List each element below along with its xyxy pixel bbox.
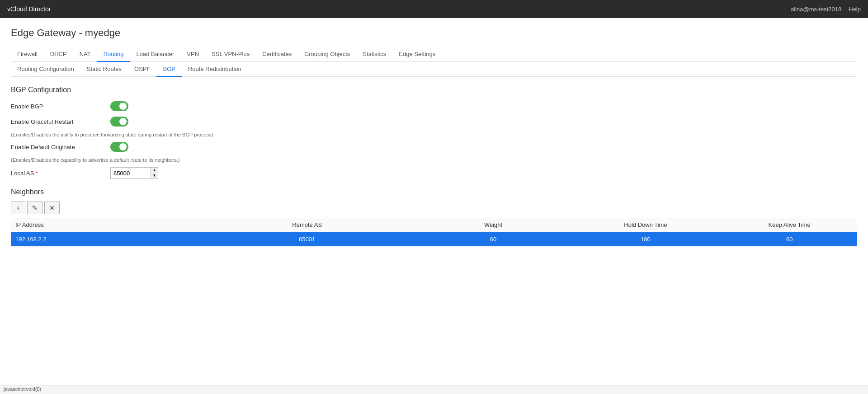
graceful-restart-help: (Enables/Disables the ability to preserv… — [11, 132, 857, 137]
tab-nat[interactable]: NAT — [73, 47, 97, 62]
tab-ospf[interactable]: OSPF — [128, 62, 156, 77]
table-row[interactable]: 192.168.2.2 65001 60 180 60 — [11, 232, 857, 247]
local-as-input[interactable] — [110, 167, 151, 179]
enable-bgp-row: Enable BGP — [11, 101, 857, 111]
user-label: alina@ms-test2018 — [791, 6, 841, 13]
page-title: Edge Gateway - myedge — [11, 27, 857, 39]
tab-statistics[interactable]: Statistics — [356, 47, 392, 62]
enable-bgp-label: Enable BGP — [11, 103, 110, 110]
help-link[interactable]: Help — [849, 6, 861, 13]
tab-routing-configuration[interactable]: Routing Configuration — [11, 62, 80, 77]
local-as-spinner: ▲ ▼ — [151, 167, 158, 179]
neighbor-keep-alive-time: 60 — [722, 232, 857, 247]
enable-default-originate-slider — [110, 142, 128, 152]
enable-default-originate-row: Enable Default Originate — [11, 142, 857, 152]
bgp-section-title: BGP Configuration — [11, 86, 857, 94]
enable-graceful-restart-toggle[interactable] — [110, 117, 128, 127]
statusbar-text: javascript:void(0) — [4, 386, 41, 392]
tab-route-redistribution[interactable]: Route Redistribution — [182, 62, 248, 77]
local-as-spin-up[interactable]: ▲ — [151, 168, 158, 173]
tab-edge-settings[interactable]: Edge Settings — [392, 47, 442, 62]
delete-neighbor-button[interactable]: ✕ — [44, 202, 60, 214]
enable-default-originate-label: Enable Default Originate — [11, 144, 110, 150]
tab-bgp[interactable]: BGP — [156, 62, 181, 77]
secondary-tabs: Routing Configuration Static Routes OSPF… — [11, 62, 857, 77]
tab-load-balancer[interactable]: Load Balancer — [130, 47, 181, 62]
add-neighbor-button[interactable]: + — [11, 202, 25, 214]
col-header-hold-down-time: Hold Down Time — [570, 218, 722, 232]
enable-default-originate-toggle[interactable] — [110, 142, 128, 152]
col-header-remote-as: Remote AS — [197, 218, 417, 232]
neighbors-title: Neighbors — [11, 188, 857, 196]
neighbor-ip-address: 192.168.2.2 — [11, 232, 197, 247]
statusbar: javascript:void(0) — [0, 385, 868, 394]
main-content: Edge Gateway - myedge Firewall DHCP NAT … — [0, 18, 868, 394]
tab-firewall[interactable]: Firewall — [11, 47, 44, 62]
neighbors-action-bar: + ✎ ✕ — [11, 202, 857, 214]
neighbor-weight: 60 — [417, 232, 570, 247]
tab-vpn[interactable]: VPN — [180, 47, 205, 62]
default-originate-help: (Enables/Disables the capability to adve… — [11, 157, 857, 163]
edit-neighbor-button[interactable]: ✎ — [27, 202, 42, 214]
topbar-right: alina@ms-test2018 Help — [791, 6, 861, 13]
neighbors-table-body: 192.168.2.2 65001 60 180 60 — [11, 232, 857, 247]
local-as-input-wrap: ▲ ▼ — [110, 167, 158, 179]
local-as-label: Local AS — [11, 170, 110, 177]
enable-graceful-restart-label: Enable Graceful Restart — [11, 118, 110, 125]
app-title: vCloud Director — [7, 5, 51, 13]
local-as-spin-down[interactable]: ▼ — [151, 173, 158, 178]
enable-bgp-slider — [110, 101, 128, 111]
enable-bgp-toggle[interactable] — [110, 101, 128, 111]
neighbors-table: IP Address Remote AS Weight Hold Down Ti… — [11, 218, 857, 247]
col-header-keep-alive-time: Keep Alive Time — [722, 218, 857, 232]
tab-static-routes[interactable]: Static Routes — [80, 62, 128, 77]
tab-dhcp[interactable]: DHCP — [44, 47, 73, 62]
enable-graceful-restart-row: Enable Graceful Restart — [11, 117, 857, 127]
tab-certificates[interactable]: Certificates — [256, 47, 298, 62]
tab-grouping-objects[interactable]: Grouping Objects — [298, 47, 356, 62]
enable-graceful-restart-slider — [110, 117, 128, 127]
col-header-weight: Weight — [417, 218, 570, 232]
neighbors-table-header-row: IP Address Remote AS Weight Hold Down Ti… — [11, 218, 857, 232]
tab-ssl-vpn-plus[interactable]: SSL VPN-Plus — [205, 47, 256, 62]
tab-routing[interactable]: Routing — [97, 47, 130, 62]
neighbors-table-head: IP Address Remote AS Weight Hold Down Ti… — [11, 218, 857, 232]
col-header-ip-address: IP Address — [11, 218, 197, 232]
neighbor-hold-down-time: 180 — [570, 232, 722, 247]
topbar: vCloud Director alina@ms-test2018 Help — [0, 0, 868, 18]
local-as-row: Local AS ▲ ▼ — [11, 167, 857, 179]
neighbor-remote-as: 65001 — [197, 232, 417, 247]
primary-tabs: Firewall DHCP NAT Routing Load Balancer … — [11, 47, 857, 62]
